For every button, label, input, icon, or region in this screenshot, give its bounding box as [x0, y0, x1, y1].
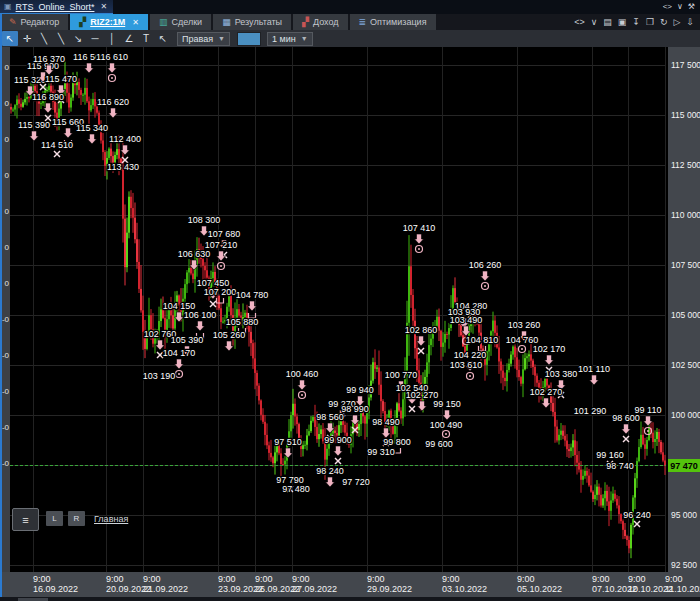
segment-tool[interactable]: ╲: [53, 31, 69, 46]
trade-price-label: 102 270: [530, 387, 563, 397]
select-tool[interactable]: ↖: [2, 31, 18, 46]
tools-icon[interactable]: ⚒: [688, 3, 695, 11]
tab-label: Результаты: [235, 17, 282, 27]
copy-icon[interactable]: ❐: [646, 18, 654, 27]
angle-tool[interactable]: ∠: [121, 31, 137, 46]
price-axis-label: 117 500: [671, 61, 700, 70]
trade-price-label: 100 460: [286, 369, 319, 379]
tab-editor[interactable]: ✎Редактор: [0, 14, 70, 30]
time-axis-tick: 9:0011.10.2022: [665, 574, 700, 594]
window-bottom-edge: [0, 597, 700, 601]
trade-price-label: 112 400: [109, 134, 141, 144]
color-swatch-button[interactable]: [237, 32, 261, 46]
left-axis-button[interactable]: L: [46, 511, 63, 526]
tab-label: Редактор: [21, 17, 60, 27]
caret-down-icon[interactable]: ∨: [677, 3, 683, 11]
trade-price-label: 116 890: [32, 92, 64, 102]
trade-price-label: 106 630: [178, 249, 211, 259]
trade-price-label: 100 770: [385, 370, 418, 380]
trade-price-label: 97 480: [282, 484, 310, 494]
close-icon[interactable]: ✕: [132, 18, 139, 27]
hline-tool[interactable]: ─: [87, 31, 103, 46]
chart-plot[interactable]: 115 320115 900116 370115 470116 560116 6…: [10, 47, 666, 572]
trade-price-label: 99 600: [425, 439, 453, 449]
tab-label: Оптимизация: [370, 17, 426, 27]
line-tool[interactable]: ╲: [36, 31, 52, 46]
trade-price-label: 104 780: [236, 290, 269, 300]
trade-price-label: 102 860: [405, 325, 438, 335]
time-axis[interactable]: 9:0016.09.20229:0020.09.20229:0021.09.20…: [0, 572, 700, 597]
step-icon[interactable]: ⇩: [686, 18, 694, 27]
price-axis-label: 115 000: [671, 111, 700, 120]
trade-price-label: 108 300: [188, 215, 221, 225]
pointer-tool[interactable]: ↖: [155, 31, 171, 46]
code-toggle-icon[interactable]: <>: [663, 3, 672, 11]
refresh-icon[interactable]: ↻: [660, 18, 668, 27]
tab-chart[interactable]: ▞RIZ2:1M✕: [70, 14, 150, 30]
chart-region: 0000000-0-0-0-0-0 115 320115 900116 3701…: [0, 47, 700, 597]
trade-price-label: 99 310: [367, 447, 395, 457]
price-axis-label: 92 500: [671, 561, 697, 570]
trade-price-label: 115 340: [76, 123, 108, 133]
trade-price-label: 114 510: [41, 140, 73, 150]
left-axis-label: -0: [2, 352, 9, 360]
text-tool[interactable]: T: [138, 31, 154, 46]
trade-price-label: 99 900: [324, 435, 352, 445]
ray-tool[interactable]: ↘: [70, 31, 86, 46]
tab-label: Сделки: [171, 17, 202, 27]
left-axis-label: -0: [2, 460, 9, 468]
candlestick-chart[interactable]: 115 320115 900116 370115 470116 560116 6…: [10, 47, 666, 572]
chevron-down-icon: ▼: [301, 35, 308, 42]
save-icon[interactable]: ▣: [618, 18, 627, 27]
left-axis-label: 0: [5, 64, 9, 72]
time-axis-tick: 9:0029.09.2022: [367, 574, 412, 594]
window-edge-accent: [0, 14, 2, 597]
trade-price-label: 99 940: [346, 385, 374, 395]
code-toggle-icon[interactable]: <>: [574, 18, 585, 27]
trade-price-label: 98 560: [316, 412, 344, 422]
download-icon[interactable]: ↧: [632, 18, 640, 27]
trade-price-label: 116 610: [96, 52, 128, 62]
trade-price-label: 105 880: [226, 317, 259, 327]
chart-icon: ▞: [79, 18, 86, 27]
vline-tool[interactable]: │: [104, 31, 120, 46]
trade-price-label: 106 260: [469, 260, 502, 270]
trade-price-label: 105 390: [171, 335, 204, 345]
document-tab-label: RTS_Online_Short*: [16, 2, 95, 12]
caret-down-icon[interactable]: ∨: [591, 18, 598, 27]
trade-price-label: 102 170: [533, 344, 566, 354]
price-axis-label: 95 000: [671, 511, 697, 520]
right-axis-button[interactable]: R: [68, 511, 85, 526]
tabbar-actions: <>∨▤▣↧❐↻▷⇩: [574, 14, 700, 30]
chart-toolbar: ↖✛╲╲↘─│∠T↖ Правая ▼ 1 мин ▼: [0, 30, 700, 48]
tab-results[interactable]: ▦Результаты: [213, 14, 293, 30]
time-axis-tick: 9:0021.09.2022: [143, 574, 188, 594]
run-icon[interactable]: ▷: [674, 18, 681, 27]
time-axis-tick: 9:0027.09.2022: [292, 574, 337, 594]
trade-price-label: 103 610: [450, 360, 483, 370]
trade-price-label: 103 490: [450, 315, 483, 325]
crosshair-tool[interactable]: ✛: [19, 31, 35, 46]
trade-price-label: 116 370: [33, 54, 65, 64]
trade-price-label: 101 110: [578, 364, 610, 374]
left-axis-label: 0: [5, 172, 9, 180]
tab-trades[interactable]: ▥Сделки: [150, 14, 213, 30]
axis-side-dropdown[interactable]: Правая ▼: [177, 32, 230, 46]
home-link[interactable]: Главная: [94, 514, 128, 524]
optimization-icon: ≣: [359, 18, 367, 27]
trade-price-label: 101 290: [574, 406, 607, 416]
tab-optimization[interactable]: ≣Оптимизация: [350, 14, 438, 30]
tab-income[interactable]: ▞Доход: [293, 14, 349, 30]
trade-price-label: 103 190: [143, 371, 176, 381]
close-icon[interactable]: ✕: [100, 2, 107, 11]
price-axis[interactable]: 117 500115 000112 500110 000107 500105 0…: [668, 47, 700, 572]
trade-price-label: 115 390: [18, 120, 50, 130]
last-price-badge: 97 470: [668, 459, 700, 472]
chart-menu-button[interactable]: ≡: [12, 508, 39, 531]
axis-side-value: Правая: [182, 34, 213, 44]
document-tab[interactable]: ▣ RTS_Online_Short* ✕: [0, 0, 113, 14]
tab-label: RIZ2:1M: [90, 17, 125, 27]
timeframe-dropdown[interactable]: 1 мин ▼: [267, 32, 313, 46]
price-axis-label: 105 000: [671, 311, 700, 320]
open-folder-icon[interactable]: ▤: [603, 18, 612, 27]
